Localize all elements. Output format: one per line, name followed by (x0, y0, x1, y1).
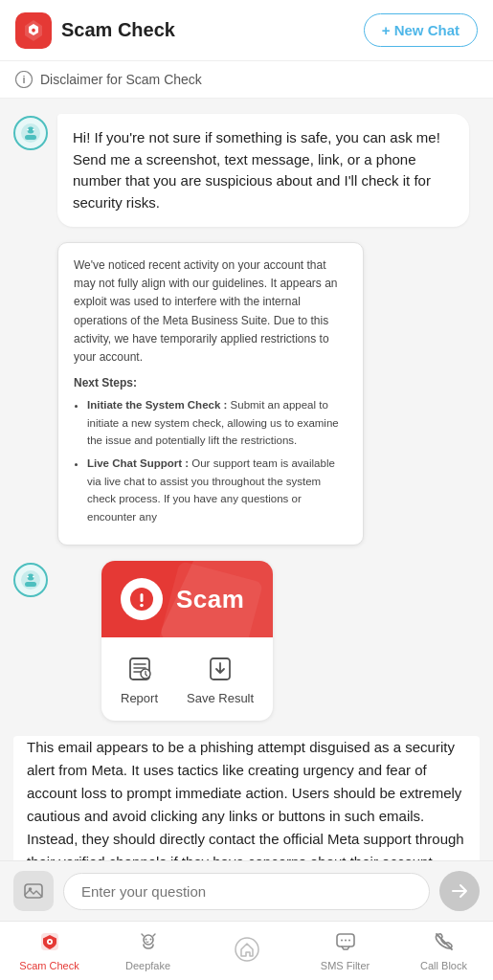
call-block-nav-label: Call Block (420, 960, 467, 971)
scam-banner: Scam (101, 561, 273, 637)
svg-point-6 (27, 129, 29, 131)
svg-rect-10 (25, 582, 36, 587)
svg-rect-14 (141, 593, 144, 602)
svg-rect-19 (25, 884, 42, 898)
svg-point-26 (149, 939, 151, 941)
svg-point-29 (341, 940, 343, 942)
svg-point-30 (345, 940, 347, 942)
report-button[interactable]: Report (121, 651, 158, 705)
bottom-navigation: Scam Check Deepfake (0, 921, 493, 980)
app-header: Scam Check + New Chat (0, 0, 493, 61)
scam-check-nav-icon (38, 930, 61, 957)
question-input[interactable] (63, 873, 430, 910)
save-result-label: Save Result (187, 691, 254, 705)
image-attach-button[interactable] (13, 871, 54, 911)
bot-avatar-2 (13, 563, 48, 597)
app-title: Scam Check (61, 19, 175, 41)
scam-exclamation-circle (121, 578, 163, 620)
svg-rect-5 (25, 135, 36, 140)
svg-point-27 (235, 938, 258, 961)
bot-greeting-bubble: Hi! If you're not sure if something is s… (57, 114, 469, 227)
disclaimer-bar: i Disclaimer for Scam Check (0, 61, 493, 99)
scam-result-card: Scam Report (101, 561, 273, 721)
screenshot-steps-list: Initiate the System Check : Submit an ap… (74, 396, 347, 525)
bot-avatar (13, 116, 48, 150)
svg-text:i: i (22, 74, 25, 85)
nav-item-home[interactable] (197, 922, 296, 980)
send-icon (450, 881, 469, 901)
screenshot-step-2: Live Chat Support : Our support team is … (87, 455, 347, 525)
svg-point-23 (48, 941, 50, 943)
next-steps-label: Next Steps: (74, 374, 347, 392)
disclaimer-text: Disclaimer for Scam Check (40, 72, 202, 87)
call-block-nav-icon (433, 930, 456, 957)
header-left: Scam Check (15, 12, 175, 49)
exclamation-icon (129, 587, 154, 612)
svg-point-12 (33, 576, 34, 578)
report-label: Report (121, 691, 158, 705)
nav-item-sms-filter[interactable]: SMS Filter (296, 922, 394, 980)
svg-point-31 (348, 940, 350, 942)
scam-label: Scam (176, 585, 244, 614)
sms-filter-nav-label: SMS Filter (321, 960, 370, 971)
bot-avatar-icon-2 (20, 569, 41, 590)
sms-filter-nav-icon (334, 930, 357, 957)
image-icon (23, 880, 44, 902)
chat-area: Hi! If you're not sure if something is s… (0, 99, 493, 980)
save-icon (202, 651, 238, 687)
bot-scam-result-row: Scam Report (13, 561, 480, 721)
screenshot-intro-text: We've noticed recent activity on your ac… (74, 258, 338, 364)
screenshot-card: We've noticed recent activity on your ac… (57, 242, 364, 546)
save-result-button[interactable]: Save Result (187, 651, 254, 705)
svg-point-15 (140, 604, 144, 608)
nav-item-deepfake[interactable]: Deepfake (99, 922, 197, 980)
step-1-title: Initiate the System Check : (87, 399, 227, 411)
bot-avatar-icon (20, 122, 41, 144)
input-area (0, 860, 493, 921)
bot-greeting-text: Hi! If you're not sure if something is s… (73, 129, 440, 211)
app-logo-icon (15, 12, 52, 49)
send-button[interactable] (439, 871, 480, 911)
new-chat-button[interactable]: + New Chat (364, 13, 478, 47)
svg-point-7 (33, 129, 34, 131)
home-nav-icon (235, 937, 259, 966)
svg-point-11 (27, 576, 29, 578)
report-icon (122, 651, 158, 687)
info-icon: i (15, 71, 33, 88)
nav-item-scam-check[interactable]: Scam Check (0, 922, 99, 980)
svg-point-25 (145, 939, 146, 941)
step-2-title: Live Chat Support : (87, 457, 189, 469)
screenshot-step-1: Initiate the System Check : Submit an ap… (87, 396, 347, 449)
nav-item-call-block[interactable]: Call Block (394, 922, 493, 980)
scam-actions: Report Save Result (101, 637, 273, 721)
scam-check-nav-label: Scam Check (19, 960, 78, 971)
deepfake-nav-label: Deepfake (125, 960, 170, 971)
bot-greeting-message: Hi! If you're not sure if something is s… (13, 114, 480, 227)
svg-point-24 (144, 935, 153, 945)
deepfake-nav-icon (137, 930, 160, 957)
